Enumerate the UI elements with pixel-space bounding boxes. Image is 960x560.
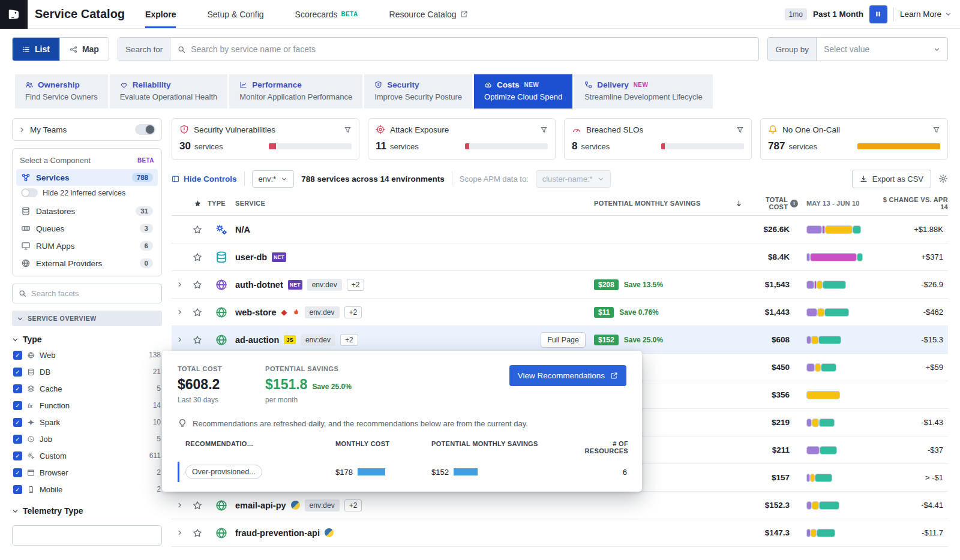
search-input[interactable]: Search by service name or facets [170, 38, 758, 61]
service-name[interactable]: email-api-py [235, 501, 286, 510]
checkbox-checked[interactable] [13, 468, 22, 477]
service-name[interactable]: auth-dotnet [235, 280, 283, 290]
table-row-email-api-py[interactable]: email-api-pyenv:dev+2$152.3-$4.41 [172, 492, 948, 519]
type-facet-function[interactable]: fxFunction14 [12, 397, 162, 414]
my-teams-toggle[interactable] [135, 124, 155, 135]
telemetry-facet-header[interactable]: Telemetry Type [12, 506, 162, 516]
filter-icon[interactable] [932, 126, 940, 134]
service-name[interactable]: N/A [235, 225, 250, 234]
full-page-button[interactable]: Full Page [541, 332, 586, 348]
filter-icon[interactable] [736, 126, 744, 134]
settings-gear-icon[interactable] [938, 174, 948, 183]
env-tag[interactable]: env:dev [307, 279, 342, 291]
recommendation-type-pill[interactable]: Over-provisioned... [185, 465, 262, 479]
service-name[interactable]: fraud-prevention-api [235, 528, 320, 538]
favorite-star-icon[interactable] [193, 252, 202, 262]
favorite-star-icon[interactable] [193, 335, 202, 345]
checkbox-checked[interactable] [13, 485, 22, 494]
component-external-providers[interactable]: External Providers0 [16, 255, 158, 272]
column-total-cost[interactable]: TOTAL COST i [735, 196, 798, 210]
service-name[interactable]: user-db [235, 252, 267, 262]
table-row-user-db[interactable]: user-dbNET$8.4K+$371 [172, 243, 948, 271]
env-tag[interactable]: +2 [340, 334, 358, 346]
expand-row-icon[interactable] [176, 309, 183, 315]
type-facet-mobile[interactable]: Mobile2 [12, 481, 162, 498]
column-type[interactable]: TYPE [208, 200, 235, 207]
table-row-ad-auction[interactable]: ad-auctionJSenv:dev+2Full Page$152Save 2… [172, 326, 948, 354]
category-tab-ownership[interactable]: OwnershipFind Service Owners [15, 74, 108, 109]
env-tag[interactable]: env:dev [301, 334, 335, 346]
expand-row-icon[interactable] [176, 529, 183, 536]
export-csv-button[interactable]: Export as CSV [852, 170, 931, 188]
table-row-fraud-prevention-api[interactable]: fraud-prevention-api$147.3-$11.7 [172, 519, 948, 547]
column-change[interactable]: $ CHANGE VS. APR 14 [876, 196, 948, 210]
view-recommendations-button[interactable]: View Recommendations [509, 365, 626, 386]
type-facet-cache[interactable]: Cache5 [12, 380, 162, 397]
group-by-select[interactable]: Select value [817, 38, 947, 61]
category-tab-costs[interactable]: $CostsNEWOptimize Cloud Spend [474, 74, 572, 109]
nav-tab-explore[interactable]: Explore [145, 0, 176, 28]
category-tab-reliability[interactable]: ReliabilityEvaluate Operational Health [110, 74, 228, 109]
service-overview-header[interactable]: SERVICE OVERVIEW [12, 311, 162, 326]
type-facet-custom[interactable]: Custom611 [12, 447, 162, 464]
category-tab-performance[interactable]: PerformanceMonitor Application Performan… [229, 74, 362, 109]
component-services[interactable]: Services788 [16, 169, 158, 186]
checkbox-checked[interactable] [13, 384, 22, 393]
env-tag[interactable]: +2 [344, 499, 362, 511]
nav-tab-scorecards[interactable]: ScorecardsBETA [295, 0, 358, 28]
summary-card-security-vulnerabilities[interactable]: Security Vulnerabilities30services [172, 118, 359, 160]
env-tag[interactable]: +2 [347, 279, 365, 291]
filter-icon[interactable] [540, 126, 548, 134]
favorite-star-icon[interactable] [193, 308, 202, 317]
type-facet-db[interactable]: DB21 [12, 363, 162, 380]
table-row-auth-dotnet[interactable]: auth-dotnetNETenv:dev+2$208Save 13.5%$1,… [172, 271, 948, 299]
category-tab-delivery[interactable]: DeliveryNEWStreamline Development Lifecy… [574, 74, 713, 109]
table-row-n-a[interactable]: N/A$26.6K+$1.88K [172, 216, 948, 243]
nav-tab-setup-config[interactable]: Setup & Config [207, 0, 263, 28]
env-tag[interactable]: +2 [344, 306, 362, 318]
favorite-star-icon[interactable] [193, 528, 202, 538]
favorite-star-icon[interactable] [193, 501, 202, 510]
type-facet-web[interactable]: Web138 [12, 347, 162, 363]
column-service[interactable]: SERVICE [235, 200, 594, 207]
recommendation-row[interactable]: Over-provisioned... $178 $152 6 [178, 462, 626, 482]
table-row-web-store[interactable]: web-store◆env:dev+2$11Save 0.76%$1,443-$… [172, 299, 948, 326]
env-tag[interactable]: env:dev [305, 306, 340, 318]
star-column-icon[interactable] [194, 200, 202, 207]
env-tag[interactable]: env:dev [305, 499, 340, 511]
component-queues[interactable]: Queues3 [16, 220, 158, 237]
hide-inferred-toggle[interactable] [21, 188, 38, 197]
hide-controls-button[interactable]: Hide Controls [172, 174, 237, 183]
pause-button[interactable] [869, 5, 887, 23]
favorite-star-icon[interactable] [193, 225, 202, 234]
component-datastores[interactable]: Datastores31 [16, 203, 158, 219]
service-name[interactable]: ad-auction [235, 335, 279, 345]
checkbox-checked[interactable] [13, 418, 22, 427]
service-name[interactable]: web-store [235, 308, 277, 317]
my-teams-section[interactable]: My Teams [12, 118, 162, 141]
type-facet-header[interactable]: Type [12, 335, 162, 344]
checkbox-checked[interactable] [13, 451, 22, 460]
category-tab-security[interactable]: $SecurityImprove Security Posture [364, 74, 472, 109]
info-icon[interactable]: i [790, 200, 798, 207]
component-rum-apps[interactable]: RUM Apps6 [16, 237, 158, 254]
datadog-logo[interactable] [0, 0, 28, 29]
env-filter-select[interactable]: env:* [252, 170, 295, 188]
favorite-star-icon[interactable] [193, 280, 202, 290]
column-savings[interactable]: POTENTIAL MONTHLY SAVINGS [594, 200, 735, 207]
summary-card-no-one-on-call[interactable]: No One On-Call787services [760, 118, 948, 160]
summary-card-attack-exposure[interactable]: Attack Exposure11services [368, 118, 556, 160]
cluster-filter-select[interactable]: cluster-name:* [536, 170, 611, 188]
filter-icon[interactable] [344, 126, 352, 134]
type-facet-job[interactable]: Job5 [12, 430, 162, 447]
time-range-label[interactable]: Past 1 Month [813, 10, 863, 19]
checkbox-checked[interactable] [13, 401, 22, 410]
type-facet-spark[interactable]: Spark10 [12, 414, 162, 430]
expand-row-icon[interactable] [176, 281, 183, 288]
checkbox-checked[interactable] [13, 351, 22, 360]
checkbox-checked[interactable] [13, 435, 22, 444]
summary-card-breached-slos[interactable]: Breached SLOs8services [564, 118, 752, 160]
type-facet-browser[interactable]: Browser2 [12, 464, 162, 481]
learn-more-button[interactable]: Learn More [900, 10, 952, 19]
nav-tab-resource-catalog[interactable]: Resource Catalog [389, 0, 468, 28]
